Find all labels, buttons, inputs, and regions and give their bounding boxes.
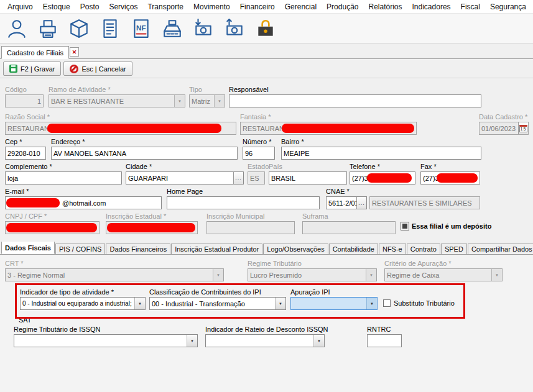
complemento-input[interactable]: loja: [5, 171, 122, 185]
redaction-overlay: [107, 223, 195, 232]
calendar-icon[interactable]: 15: [518, 122, 528, 134]
homepage-label: Home Page: [167, 188, 320, 196]
tab-dados-financeiros[interactable]: Dados Financeiros: [106, 244, 170, 254]
report-icon[interactable]: [97, 16, 123, 42]
cidade-input[interactable]: GUARAPARI ...: [126, 171, 244, 185]
tab-inscricao-estadual-produtor[interactable]: Inscrição Estadual Produtor: [171, 244, 262, 254]
deposito-checkbox-label: Essa filial é um depósito: [412, 222, 491, 230]
lookup-ellipsis-button[interactable]: ...: [356, 197, 366, 209]
tab-dados-fiscais[interactable]: Dados Fiscais: [1, 242, 55, 254]
field-codigo: Código 1: [5, 86, 44, 107]
chevron-down-icon: ▼: [491, 269, 502, 281]
chevron-down-icon: ▼: [187, 335, 197, 347]
endereco-label: Endereço *: [51, 138, 238, 146]
user-icon[interactable]: [4, 16, 30, 42]
menu-item-estoque[interactable]: Estoque: [38, 1, 75, 13]
menu-item-producao[interactable]: Produção: [322, 1, 363, 13]
redaction-overlay: [47, 124, 221, 133]
menu-item-relatorios[interactable]: Relatórios: [363, 1, 407, 13]
regime-tributario-select[interactable]: Lucro Presumido ▼: [248, 268, 377, 281]
razao-label: Razão Social *: [5, 113, 236, 121]
deposito-checkbox[interactable]: [401, 222, 409, 230]
money-out-icon[interactable]: [221, 16, 248, 42]
tab-contabilidade[interactable]: Contabilidade: [329, 244, 378, 254]
redaction-overlay: [282, 124, 414, 133]
criterio-apuracao-label: Critério de Apuração *: [384, 260, 503, 268]
nfe-icon[interactable]: NF: [128, 16, 154, 42]
cancel-button-label: Esc | Cancelar: [81, 65, 126, 73]
cash-register-icon[interactable]: [159, 16, 185, 42]
field-regime-tributario: Regime Tributário Lucro Presumido ▼: [248, 260, 377, 281]
close-icon[interactable]: ✕: [70, 47, 79, 57]
tab-compartilhar-dados[interactable]: Compartilhar Dados: [468, 244, 533, 254]
redaction-overlay: [437, 173, 478, 183]
lookup-ellipsis-button[interactable]: ...: [233, 172, 243, 184]
inscricao-municipal-label: Inscrição Municipal: [206, 212, 295, 221]
field-rntrc: RNTRC: [367, 326, 402, 347]
pais-label: País: [269, 163, 347, 171]
field-estado: Estado ES: [248, 163, 265, 185]
menu-item-servicos[interactable]: Serviços: [104, 1, 142, 13]
cancel-button[interactable]: Esc | Cancelar: [63, 62, 132, 76]
cnpj-label: CNPJ / CPF *: [5, 212, 100, 221]
rateio-issqn-select[interactable]: ▼: [205, 334, 325, 347]
field-cnae: CNAE * 5611-2/01 ...: [326, 188, 367, 209]
cash-lock-icon[interactable]: [253, 16, 279, 42]
chevron-down-icon: ▼: [214, 95, 225, 107]
tipo-select[interactable]: Matriz ▼: [189, 94, 225, 107]
tab-nfs-e[interactable]: NFS-e: [379, 244, 406, 254]
rntrc-input[interactable]: [367, 334, 402, 347]
money-in-icon[interactable]: [190, 16, 216, 42]
field-regime-issqn: Regime Tributário de ISSQN ▼: [14, 326, 198, 347]
save-button-label: F2 | Gravar: [21, 65, 55, 73]
menu-item-movimento[interactable]: Movimento: [188, 1, 235, 13]
numero-input[interactable]: 96: [243, 147, 275, 160]
tab-pis-cofins[interactable]: PIS / COFINS: [55, 244, 105, 254]
cnae-input[interactable]: 5611-2/01 ...: [326, 196, 367, 209]
field-numero: Número * 96: [243, 138, 275, 160]
pais-input[interactable]: BRASIL: [269, 171, 347, 185]
criterio-apuracao-select[interactable]: Regime de Caixa ▼: [384, 268, 503, 281]
telefone-label: Telefone *: [350, 163, 415, 171]
responsavel-label: Responsável: [229, 86, 481, 94]
field-bairro: Bairro * MEAIPE: [281, 138, 481, 160]
regime-issqn-select[interactable]: ▼: [14, 334, 198, 347]
menu-item-fiscal[interactable]: Fiscal: [456, 1, 485, 13]
section-tabstrip: Dados Fiscais PIS / COFINS Dados Finance…: [0, 242, 533, 255]
responsavel-input[interactable]: [229, 94, 481, 107]
menu-item-gerencial[interactable]: Gerencial: [280, 1, 322, 13]
deposito-checkbox-row: Essa filial é um depósito: [401, 222, 491, 230]
redaction-overlay: [6, 223, 97, 232]
menu-item-indicadores[interactable]: Indicadores: [407, 1, 456, 13]
tab-sped[interactable]: SPED: [441, 244, 467, 254]
field-criterio-apuracao: Critério de Apuração * Regime de Caixa ▼: [384, 260, 503, 281]
annotation-highlight-box: [15, 283, 465, 319]
action-bar: F2 | Gravar Esc | Cancelar: [0, 60, 533, 78]
field-crt: CRT * 3 - Regime Normal ▼: [5, 260, 224, 281]
endereco-input[interactable]: AV MANOEL SANTANA: [51, 147, 238, 160]
cnae-label: CNAE *: [326, 188, 367, 196]
cep-input[interactable]: 29208-010: [5, 147, 46, 160]
suframa-input: [302, 221, 396, 234]
menu-item-financeiro[interactable]: Financeiro: [235, 1, 280, 13]
menu-item-transporte[interactable]: Transporte: [142, 1, 188, 13]
menu-item-posto[interactable]: Posto: [75, 1, 104, 13]
homepage-input[interactable]: [167, 196, 320, 209]
menu-item-seguranca[interactable]: Segurança: [485, 1, 531, 13]
sale-icon[interactable]: [35, 16, 61, 42]
crt-label: CRT *: [5, 260, 224, 268]
data-cadastro-input[interactable]: 01/06/2023 15: [479, 122, 529, 135]
stock-icon[interactable]: [66, 16, 92, 42]
menu-item-arquivo[interactable]: Arquivo: [2, 1, 38, 13]
redaction-overlay: [6, 198, 60, 207]
rntrc-label: RNTRC: [367, 326, 402, 334]
ramo-select[interactable]: BAR E RESTAURANTE ▼: [49, 94, 185, 107]
save-icon: [9, 65, 17, 73]
tab-contrato[interactable]: Contrato: [407, 244, 440, 254]
save-button[interactable]: F2 | Gravar: [3, 62, 61, 76]
tab-logo-observacoes[interactable]: Logo/Observações: [263, 244, 328, 254]
tab-cadastro-de-filiais[interactable]: Cadastro de Filiais: [1, 46, 69, 59]
bairro-input[interactable]: MEAIPE: [281, 147, 481, 160]
data-cadastro-label: Data Cadastro *: [479, 113, 529, 121]
crt-select[interactable]: 3 - Regime Normal ▼: [5, 268, 224, 281]
